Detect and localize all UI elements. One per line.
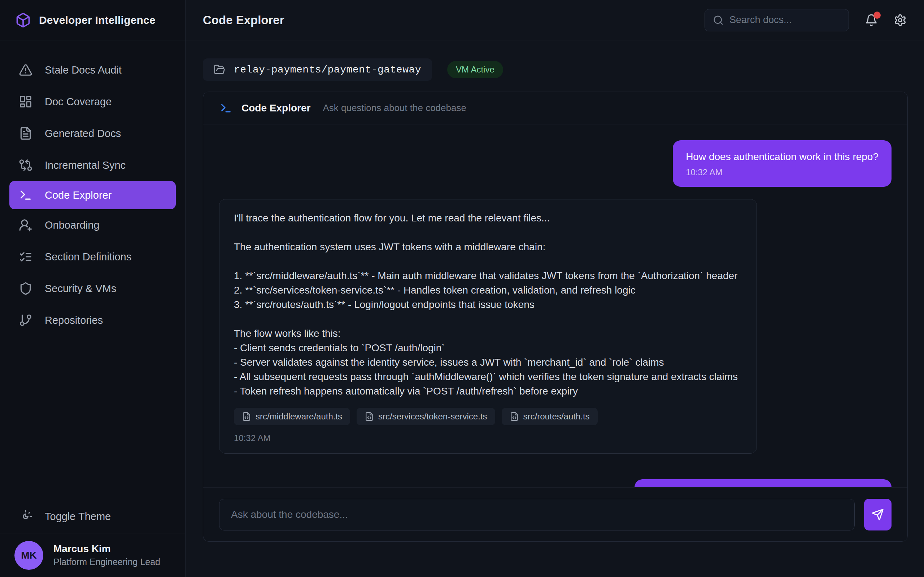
code-explorer-panel: Code Explorer Ask questions about the co… xyxy=(203,92,908,542)
gear-icon xyxy=(894,14,907,27)
content-area: relay-payments/payment-gateway VM Active… xyxy=(186,40,924,577)
search-input[interactable] xyxy=(729,15,838,26)
file-code-icon xyxy=(510,412,519,421)
app-logo-row: Developer Intelligence xyxy=(0,0,185,40)
notifications-button[interactable] xyxy=(865,14,878,27)
sidebar: Developer Intelligence Stale Docs Audit … xyxy=(0,0,186,577)
settings-button[interactable] xyxy=(894,14,907,27)
shield-icon xyxy=(19,282,32,295)
sidebar-item-label: Generated Docs xyxy=(45,128,121,140)
file-chip-label: src/routes/auth.ts xyxy=(523,411,590,422)
sidebar-item-label: Incremental Sync xyxy=(45,160,126,171)
chat-input-row xyxy=(203,487,908,541)
top-bar: Code Explorer xyxy=(186,0,924,40)
sidebar-item-onboarding[interactable]: Onboarding xyxy=(0,209,185,241)
notification-dot xyxy=(874,11,881,19)
send-button[interactable] xyxy=(864,499,892,530)
git-branch-icon xyxy=(19,313,32,327)
file-chip-label: src/middleware/auth.ts xyxy=(255,411,342,422)
file-text-icon xyxy=(19,127,32,140)
sidebar-item-repositories[interactable]: Repositories xyxy=(0,305,185,336)
topbar-actions xyxy=(704,9,907,31)
sidebar-item-label: Section Definitions xyxy=(45,251,131,263)
user-plus-icon xyxy=(19,218,32,232)
user-message-peek xyxy=(635,479,892,487)
sidebar-item-doc-coverage[interactable]: Doc Coverage xyxy=(0,86,185,118)
message-list[interactable]: How does authentication work in this rep… xyxy=(203,124,908,487)
cube-logo-icon xyxy=(15,12,31,28)
list-checks-icon xyxy=(19,250,32,264)
sidebar-item-stale-docs-audit[interactable]: Stale Docs Audit xyxy=(0,54,185,86)
repo-name: relay-payments/payment-gateway xyxy=(234,64,421,76)
sidebar-item-code-explorer[interactable]: Code Explorer xyxy=(10,181,176,209)
sidebar-item-incremental-sync[interactable]: Incremental Sync xyxy=(0,149,185,181)
folder-icon xyxy=(214,64,225,76)
sidebar-item-label: Stale Docs Audit xyxy=(45,64,122,76)
referenced-files: src/middleware/auth.ts src/services/toke… xyxy=(234,408,742,425)
chat-panel-header: Code Explorer Ask questions about the co… xyxy=(203,92,908,124)
chat-input[interactable] xyxy=(219,499,855,530)
user-message-text: How does authentication work in this rep… xyxy=(686,150,879,164)
repo-selector[interactable]: relay-payments/payment-gateway xyxy=(203,58,432,81)
search-box[interactable] xyxy=(704,9,849,31)
dashboard-icon xyxy=(19,95,32,108)
terminal-icon xyxy=(220,102,232,114)
sidebar-item-label: Security & VMs xyxy=(45,283,116,295)
toggle-theme-button[interactable]: Toggle Theme xyxy=(0,500,185,533)
file-code-icon xyxy=(242,412,251,421)
main-area: Code Explorer relay-paymen xyxy=(186,0,924,577)
vm-status-badge: VM Active xyxy=(447,61,503,78)
user-name: Marcus Kim xyxy=(53,543,160,554)
sidebar-item-label: Code Explorer xyxy=(45,189,111,201)
assistant-message-bubble: I'll trace the authentication flow for y… xyxy=(219,199,757,454)
file-chip-label: src/services/token-service.ts xyxy=(378,411,487,422)
assistant-message-time: 10:32 AM xyxy=(234,433,742,443)
page-title: Code Explorer xyxy=(203,13,284,27)
sidebar-nav: Stale Docs Audit Doc Coverage Generated … xyxy=(0,40,185,500)
avatar: MK xyxy=(15,541,43,570)
file-chip[interactable]: src/routes/auth.ts xyxy=(502,408,598,425)
user-message-bubble: How does authentication work in this rep… xyxy=(673,140,892,187)
sun-moon-icon xyxy=(19,509,32,523)
file-code-icon xyxy=(365,412,374,421)
chat-panel-subtitle: Ask questions about the codebase xyxy=(323,102,466,114)
sidebar-item-label: Repositories xyxy=(45,314,103,326)
user-role: Platform Engineering Lead xyxy=(53,557,160,567)
git-compare-icon xyxy=(19,158,32,172)
app-title: Developer Intelligence xyxy=(39,14,155,26)
user-profile[interactable]: MK Marcus Kim Platform Engineering Lead xyxy=(0,533,185,577)
terminal-icon xyxy=(19,188,32,202)
file-chip[interactable]: src/middleware/auth.ts xyxy=(234,408,350,425)
chat-panel-title: Code Explorer xyxy=(241,102,310,114)
assistant-message-text: I'll trace the authentication flow for y… xyxy=(234,211,742,398)
alert-triangle-icon xyxy=(19,63,32,77)
sidebar-item-generated-docs[interactable]: Generated Docs xyxy=(0,118,185,149)
repo-row: relay-payments/payment-gateway VM Active xyxy=(203,58,908,81)
file-chip[interactable]: src/services/token-service.ts xyxy=(357,408,495,425)
send-icon xyxy=(872,508,884,521)
sidebar-item-label: Doc Coverage xyxy=(45,96,111,108)
toggle-theme-label: Toggle Theme xyxy=(45,511,111,522)
user-message-time: 10:32 AM xyxy=(686,167,879,177)
sidebar-item-label: Onboarding xyxy=(45,219,100,231)
search-icon xyxy=(713,15,724,26)
user-info: Marcus Kim Platform Engineering Lead xyxy=(53,543,160,567)
sidebar-item-security-vms[interactable]: Security & VMs xyxy=(0,272,185,305)
sidebar-item-section-definitions[interactable]: Section Definitions xyxy=(0,241,185,272)
